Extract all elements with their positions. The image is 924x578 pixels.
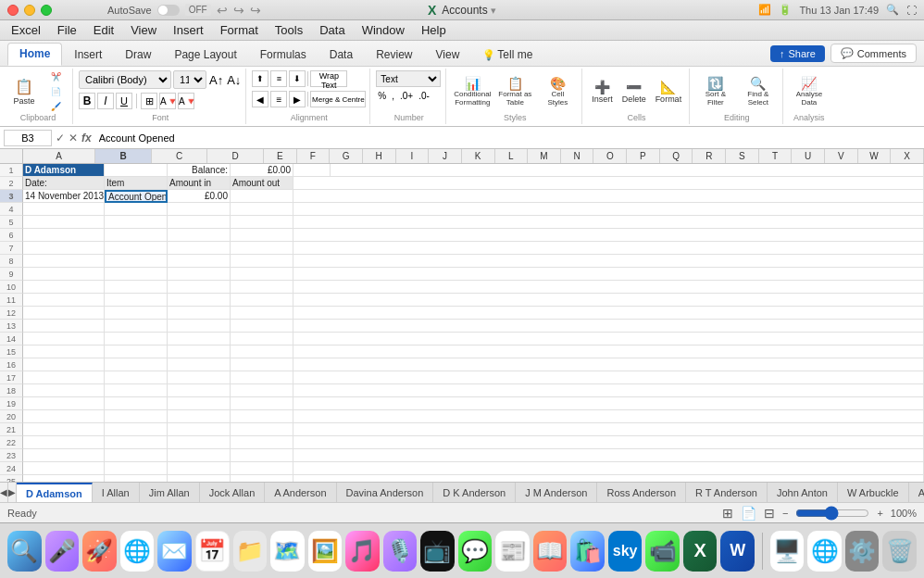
menu-edit[interactable]: Edit	[86, 21, 121, 39]
format-as-table-button[interactable]: 📋 Format as Table	[494, 74, 535, 109]
row-num-4[interactable]: 4	[0, 203, 23, 216]
row-num-2[interactable]: 2	[0, 177, 23, 190]
zoom-slider[interactable]	[795, 506, 869, 521]
font-name-select[interactable]: Calibri (Body)	[79, 70, 171, 89]
cell-d23[interactable]	[231, 449, 293, 462]
cell-b1[interactable]	[105, 164, 168, 177]
cell-a18[interactable]	[23, 384, 105, 397]
row-num-8[interactable]: 8	[0, 255, 23, 268]
tab-formulas[interactable]: Formulas	[249, 44, 318, 66]
col-header-l[interactable]: L	[495, 149, 529, 163]
cell-d20[interactable]	[231, 410, 293, 423]
cell-d24[interactable]	[231, 462, 293, 475]
dock-appstore[interactable]: 🛍️	[570, 531, 605, 572]
cell-c13[interactable]	[168, 320, 231, 333]
sheet-tab-a-anderson[interactable]: A Anderson	[265, 483, 336, 502]
sheet-tab-w-arbuckle[interactable]: W Arbuckle	[838, 483, 909, 502]
sheet-tab-rt-anderson[interactable]: R T Anderson	[686, 483, 768, 502]
row-num-6[interactable]: 6	[0, 229, 23, 242]
col-header-f[interactable]: F	[297, 149, 331, 163]
increase-font-button[interactable]: A↑	[208, 72, 224, 88]
col-header-a[interactable]: A	[23, 149, 95, 163]
col-header-q[interactable]: Q	[660, 149, 693, 163]
cell-c3[interactable]: £0.00	[168, 190, 231, 203]
cell-b15[interactable]	[105, 346, 168, 358]
col-header-v[interactable]: V	[825, 149, 858, 163]
dock-calendar[interactable]: 📅	[195, 531, 230, 572]
row-num-7[interactable]: 7	[0, 242, 23, 255]
redo-btn[interactable]: ↪	[233, 3, 244, 18]
sheet-tab-ross-anderson[interactable]: Ross Anderson	[597, 483, 686, 502]
dock-finder[interactable]: 🔍	[7, 531, 42, 572]
cell-styles-button[interactable]: 🎨 Cell Styles	[537, 74, 578, 109]
cell-c21[interactable]	[168, 423, 231, 436]
cell-a25[interactable]	[23, 475, 105, 482]
minimize-button[interactable]	[24, 5, 35, 16]
row-num-10[interactable]: 10	[0, 281, 23, 294]
col-header-t[interactable]: T	[759, 149, 793, 163]
tab-draw[interactable]: Draw	[114, 44, 162, 66]
row-num-11[interactable]: 11	[0, 294, 23, 307]
cell-d22[interactable]	[231, 436, 293, 449]
undo-btn[interactable]: ↩	[217, 3, 228, 18]
sheet-tab-jock-allan[interactable]: Jock Allan	[200, 483, 266, 502]
cell-d14[interactable]	[231, 333, 293, 346]
tab-scroll-right[interactable]: ▶	[8, 483, 17, 502]
row-num-21[interactable]: 21	[0, 423, 23, 436]
cell-a15[interactable]	[23, 346, 105, 358]
cell-b21[interactable]	[105, 423, 168, 436]
cell-a2[interactable]: Date:	[23, 177, 105, 190]
sheet-tab-dk-anderson[interactable]: D K Anderson	[433, 483, 516, 502]
cell-b22[interactable]	[105, 436, 168, 449]
dock-excel[interactable]: X	[683, 531, 718, 572]
sheet-tab-jim-allan[interactable]: Jim Allan	[140, 483, 200, 502]
delete-button[interactable]: ➖ Delete	[618, 78, 650, 106]
wrap-text-button[interactable]: Wrap Text	[310, 70, 347, 87]
cell-a13[interactable]	[23, 320, 105, 333]
cell-c20[interactable]	[168, 410, 231, 423]
grid-container[interactable]: 1 D Adamson Balance: £0.00 2 Date: Item …	[0, 164, 924, 482]
col-header-i[interactable]: I	[396, 149, 430, 163]
row-num-9[interactable]: 9	[0, 268, 23, 281]
align-top-button[interactable]: ⬆	[252, 70, 268, 87]
grid-view-icon[interactable]: ⊞	[722, 506, 733, 521]
cell-d11[interactable]	[231, 294, 293, 307]
zoom-out-icon[interactable]: −	[782, 508, 788, 519]
cell-d25[interactable]	[231, 475, 293, 482]
cell-b25[interactable]	[105, 475, 168, 482]
cell-a20[interactable]	[23, 410, 105, 423]
menu-window[interactable]: Window	[355, 21, 412, 39]
cell-b8[interactable]	[105, 255, 168, 268]
cancel-icon[interactable]: ✕	[69, 132, 78, 144]
menu-excel[interactable]: Excel	[4, 21, 48, 39]
cell-d8[interactable]	[231, 255, 293, 268]
cell-d15[interactable]	[231, 346, 293, 358]
cell-b3[interactable]: Account Opened	[105, 190, 168, 203]
cell-a19[interactable]	[23, 397, 105, 410]
comma-icon[interactable]: ,	[390, 89, 396, 103]
col-header-x[interactable]: X	[891, 149, 924, 163]
tab-insert[interactable]: Insert	[63, 44, 113, 66]
sheet-tab-d-adamson[interactable]: D Adamson	[17, 483, 93, 502]
cell-c19[interactable]	[168, 397, 231, 410]
conditional-formatting-button[interactable]: 📊 Conditional Formatting	[452, 74, 493, 109]
cell-b10[interactable]	[105, 281, 168, 294]
cell-a4[interactable]	[23, 203, 105, 216]
italic-button[interactable]: I	[97, 93, 114, 109]
menu-tools[interactable]: Tools	[268, 21, 310, 39]
col-header-n[interactable]: N	[561, 149, 594, 163]
menu-format[interactable]: Format	[213, 21, 266, 39]
merge-center-button[interactable]: Merge & Centre	[310, 91, 366, 107]
cell-d9[interactable]	[231, 268, 293, 281]
cell-c11[interactable]	[168, 294, 231, 307]
find-select-button[interactable]: 🔍 Find & Select	[738, 74, 779, 109]
cell-b7[interactable]	[105, 242, 168, 255]
cell-b17[interactable]	[105, 371, 168, 384]
cell-b23[interactable]	[105, 449, 168, 462]
search-icon[interactable]: 🔍	[886, 4, 899, 16]
cell-d7[interactable]	[231, 242, 293, 255]
col-header-d[interactable]: D	[207, 149, 264, 163]
dock-books[interactable]: 📖	[533, 531, 568, 572]
col-header-g[interactable]: G	[330, 149, 363, 163]
row-num-24[interactable]: 24	[0, 462, 23, 475]
